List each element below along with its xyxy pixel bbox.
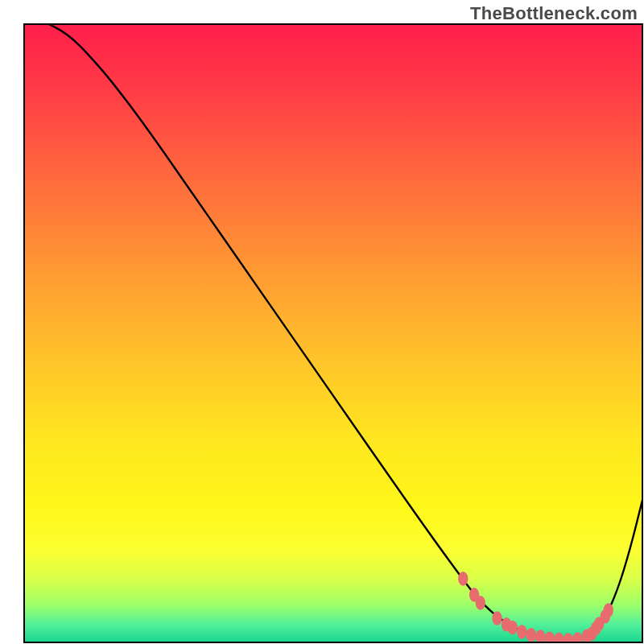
watermark-text: TheBottleneck.com: [470, 3, 638, 24]
highlight-dot: [492, 611, 502, 625]
chart-container: TheBottleneck.com: [0, 0, 644, 644]
highlight-dot: [476, 596, 485, 610]
highlight-dot: [526, 628, 536, 642]
gradient-background: [24, 24, 642, 642]
highlight-dot: [517, 625, 526, 639]
highlight-dot: [508, 621, 518, 635]
bottleneck-chart: [0, 0, 644, 644]
highlight-dot: [604, 603, 613, 617]
highlight-dot: [458, 572, 468, 586]
